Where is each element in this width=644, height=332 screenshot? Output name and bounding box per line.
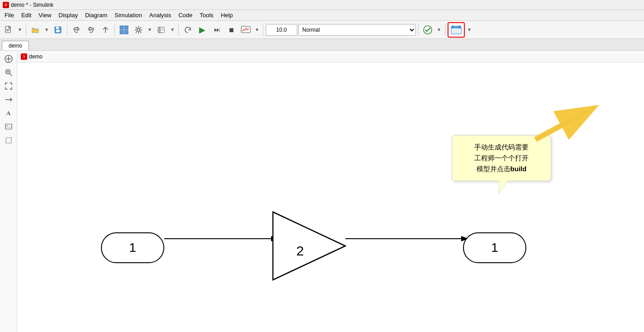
svg-rect-3 <box>6 31 9 31</box>
simulation-time-input[interactable]: 10.0 <box>266 24 297 36</box>
sep5 <box>263 24 263 36</box>
play-button[interactable]: ▶ <box>196 23 209 37</box>
toolbar: ▼ ▼ ▼ ▼ ▶ ⏭ ⏹ ▼ 10.0 <box>0 21 644 39</box>
tab-demo[interactable]: demo <box>2 41 29 50</box>
arrow-1 <box>164 226 282 253</box>
new-dropdown[interactable]: ▼ <box>16 23 24 37</box>
menu-simulation[interactable]: Simulation <box>111 11 146 19</box>
svg-text:2: 2 <box>296 243 304 258</box>
callout-line3-bold: build <box>510 165 527 173</box>
sep2 <box>67 24 67 36</box>
new-button[interactable] <box>2 23 15 37</box>
block-output-1[interactable]: 1 <box>463 232 526 263</box>
block1-value: 1 <box>129 241 136 255</box>
app-icon: S <box>3 2 9 8</box>
svg-point-23 <box>453 30 454 31</box>
svg-rect-21 <box>452 25 453 28</box>
window-title: demo * - Simulink <box>11 2 53 8</box>
block-gain-2[interactable]: 2 <box>273 212 348 282</box>
menu-file[interactable]: File <box>1 11 18 19</box>
image-btn[interactable] <box>2 120 15 133</box>
fit-btn[interactable] <box>2 80 15 92</box>
open-button[interactable] <box>29 23 42 37</box>
breadcrumb-bar: S demo <box>17 51 644 63</box>
callout-line3: 模型并点击build <box>460 164 543 174</box>
library-dropdown[interactable]: ▼ <box>169 23 176 37</box>
diagram-area[interactable]: 1 2 <box>17 63 644 332</box>
menu-display[interactable]: Display <box>55 11 81 19</box>
svg-rect-22 <box>459 25 460 28</box>
build-button[interactable] <box>448 22 465 38</box>
arrow-2 <box>345 226 472 253</box>
sep7 <box>445 24 445 36</box>
svg-point-11 <box>137 29 140 31</box>
svg-rect-35 <box>6 138 11 143</box>
menu-tools[interactable]: Tools <box>196 11 217 19</box>
simulation-mode-select[interactable]: Normal Accelerator Rapid Accelerator Sof… <box>298 24 416 36</box>
svg-rect-14 <box>159 29 163 29</box>
title-bar: S demo * - Simulink <box>0 0 644 10</box>
scope-button[interactable] <box>239 23 253 37</box>
build-dropdown[interactable]: ▼ <box>466 23 473 37</box>
save-button[interactable] <box>51 23 65 37</box>
sep4 <box>178 24 179 36</box>
svg-rect-10 <box>124 30 128 34</box>
navigate-up-button[interactable] <box>99 23 112 37</box>
stop-button[interactable]: ⏹ <box>224 23 238 37</box>
svg-rect-1 <box>6 29 10 29</box>
svg-point-28 <box>455 32 456 33</box>
svg-point-26 <box>458 30 459 31</box>
svg-rect-5 <box>56 27 59 29</box>
svg-point-25 <box>457 30 458 31</box>
breadcrumb-label: demo <box>29 53 43 60</box>
scope-dropdown[interactable]: ▼ <box>253 23 261 37</box>
step-forward-button[interactable]: ⏭ <box>210 23 224 37</box>
main-area: A S demo 1 <box>0 51 644 332</box>
callout-tooltip: 手动生成代码需要 工程师一个个打开 模型并点击build <box>452 135 551 181</box>
svg-rect-6 <box>56 30 60 32</box>
svg-point-30 <box>458 32 459 33</box>
check-button[interactable] <box>421 23 434 37</box>
library-button[interactable] <box>154 23 168 37</box>
svg-rect-2 <box>6 30 10 30</box>
sep3 <box>114 24 115 36</box>
svg-point-29 <box>457 32 458 33</box>
svg-rect-15 <box>159 29 163 30</box>
menu-view[interactable]: View <box>35 11 55 19</box>
left-sidebar: A <box>0 51 17 332</box>
check-dropdown[interactable]: ▼ <box>435 23 443 37</box>
open-dropdown[interactable]: ▼ <box>43 23 50 37</box>
svg-rect-7 <box>120 26 124 29</box>
tab-bar: demo <box>0 39 644 51</box>
svg-point-24 <box>455 30 456 31</box>
callout-pointer <box>535 108 594 142</box>
block-constant-1[interactable]: 1 <box>101 232 164 263</box>
callout-line1: 手动生成代码需要 <box>460 142 543 153</box>
settings-dropdown[interactable]: ▼ <box>146 23 153 37</box>
menu-analysis[interactable]: Analysis <box>146 11 175 19</box>
model-browser-button[interactable] <box>117 23 131 37</box>
sep1 <box>26 24 26 36</box>
sep6 <box>418 24 419 36</box>
menu-edit[interactable]: Edit <box>18 11 35 19</box>
model-icon: S <box>21 53 27 60</box>
redo-button[interactable] <box>84 23 98 37</box>
undo-button[interactable] <box>70 23 83 37</box>
update-diagram-button[interactable] <box>181 23 195 37</box>
callout-line3-text: 模型并点击 <box>477 165 510 173</box>
svg-rect-16 <box>159 30 162 31</box>
svg-point-27 <box>453 32 454 33</box>
svg-rect-8 <box>124 26 128 29</box>
annotation-btn[interactable]: A <box>2 107 15 120</box>
area-btn[interactable] <box>2 134 15 147</box>
add-block-btn[interactable] <box>2 53 15 65</box>
zoom-in-btn[interactable] <box>2 66 15 79</box>
block3-value: 1 <box>491 241 498 255</box>
signal-btn[interactable] <box>2 93 15 106</box>
menu-code[interactable]: Code <box>175 11 196 19</box>
menu-help[interactable]: Help <box>217 11 237 19</box>
menu-diagram[interactable]: Diagram <box>81 11 111 19</box>
callout-line2: 工程师一个个打开 <box>460 153 543 164</box>
model-settings-button[interactable] <box>132 23 145 37</box>
svg-marker-37 <box>273 212 345 280</box>
